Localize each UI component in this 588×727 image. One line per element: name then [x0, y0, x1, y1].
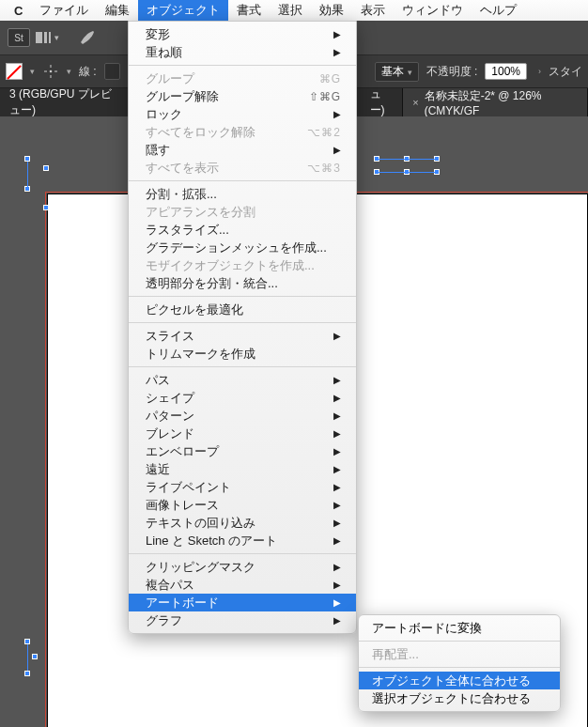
selection-edge: [27, 162, 28, 188]
menu-item[interactable]: アートボード▶: [129, 594, 356, 611]
menu-item[interactable]: グラデーションメッシュを作成...: [129, 239, 356, 256]
menu-編集[interactable]: 編集: [97, 0, 138, 21]
menu-ファイル[interactable]: ファイル: [31, 0, 97, 21]
tab-label: 名称未設定-2* @ 126% (CMYK/GF: [425, 88, 578, 117]
menu-item[interactable]: 透明部分を分割・統合...: [129, 274, 356, 292]
menu-効果[interactable]: 効果: [311, 0, 352, 21]
menu-ウィンドウ[interactable]: ウィンドウ: [394, 0, 472, 21]
menu-item[interactable]: シェイプ▶: [129, 389, 356, 407]
mac-menubar: C ファイル編集オブジェクト書式選択効果表示ウィンドウヘルプ: [0, 0, 588, 21]
menu-item[interactable]: エンベロープ▶: [129, 442, 356, 460]
menu-オブジェクト[interactable]: オブジェクト: [138, 0, 228, 21]
menu-separator: [129, 553, 356, 554]
menu-item[interactable]: ピクセルを最適化: [129, 301, 356, 318]
menu-item: アピアランスを分割: [129, 203, 356, 221]
selection-handle[interactable]: [43, 165, 49, 171]
menu-separator: [359, 667, 560, 668]
svg-rect-2: [49, 32, 51, 43]
menu-item: すべてを表示⌥⌘3: [129, 159, 356, 177]
submenu-item[interactable]: アートボードに変換: [359, 619, 560, 637]
menu-item: グループ⌘G: [129, 70, 356, 87]
menu-item[interactable]: 変形▶: [129, 25, 356, 43]
menu-separator: [359, 641, 560, 642]
object-menu: 変形▶重ね順▶グループ⌘Gグループ解除⇧⌘Gロック▶すべてをロック解除⌥⌘2隠す…: [128, 21, 357, 634]
selection-edge: [27, 644, 28, 671]
fill-swatch[interactable]: [6, 63, 23, 80]
menu-item[interactable]: クリッピングマスク▶: [129, 558, 356, 576]
svg-rect-1: [44, 32, 47, 43]
svg-rect-0: [36, 32, 42, 43]
selection-handle[interactable]: [24, 671, 30, 676]
panel-layout-button[interactable]: ▾: [34, 28, 59, 47]
menu-item[interactable]: ブレンド▶: [129, 425, 356, 442]
menu-item[interactable]: 遠近▶: [129, 460, 356, 478]
menu-separator: [129, 296, 356, 297]
menu-item[interactable]: 複合パス▶: [129, 576, 356, 594]
menu-item[interactable]: パターン▶: [129, 407, 356, 425]
menu-item: すべてをロック解除⌥⌘2: [129, 123, 356, 141]
selection-edge: [377, 159, 435, 160]
st-button[interactable]: St: [8, 28, 30, 47]
menu-item[interactable]: パス▶: [129, 371, 356, 389]
graphic-style-select[interactable]: 基本▾: [375, 62, 419, 82]
selection-handle[interactable]: [32, 654, 38, 659]
artboard-submenu: アートボードに変換再配置...オブジェクト全体に合わせる選択オブジェクトに合わせ…: [358, 614, 561, 712]
menu-書式[interactable]: 書式: [228, 0, 270, 21]
menu-item[interactable]: グループ解除⇧⌘G: [129, 87, 356, 105]
stroke-label: 線 :: [79, 64, 97, 80]
menu-item[interactable]: 分割・拡張...: [129, 185, 356, 203]
menu-表示[interactable]: 表示: [352, 0, 394, 21]
submenu-item: 再配置...: [359, 645, 560, 663]
menu-item: モザイクオブジェクトを作成...: [129, 256, 356, 274]
tab-fragment-mid[interactable]: ュー): [361, 88, 404, 116]
menu-item[interactable]: 画像トレース▶: [129, 496, 356, 514]
submenu-item[interactable]: 選択オブジェクトに合わせる: [359, 689, 560, 707]
menu-item[interactable]: 隠す▶: [129, 141, 356, 159]
tab-fragment-left[interactable]: 3 (RGB/GPU プレビュー): [0, 88, 133, 116]
menu-separator: [129, 366, 356, 367]
menu-item[interactable]: グラフ▶: [129, 611, 356, 629]
tab-untitled-2[interactable]: × 名称未設定-2* @ 126% (CMYK/GF: [403, 88, 588, 116]
menu-item[interactable]: Line と Sketch のアート▶: [129, 532, 356, 549]
app-icon: C: [6, 0, 31, 21]
menu-item[interactable]: ラスタライズ...: [129, 221, 356, 239]
menu-ヘルプ[interactable]: ヘルプ: [472, 0, 525, 21]
submenu-item[interactable]: オブジェクト全体に合わせる: [359, 672, 560, 689]
menu-item[interactable]: 重ね順▶: [129, 43, 356, 61]
opacity-chevron-icon[interactable]: ›: [538, 67, 541, 76]
menu-separator: [129, 65, 356, 66]
align-center-icon[interactable]: [42, 63, 59, 80]
menu-separator: [129, 180, 356, 181]
menu-separator: [129, 322, 356, 323]
svg-point-3: [50, 70, 53, 73]
opacity-field[interactable]: 100%: [485, 63, 527, 80]
style-truncated[interactable]: スタイ: [549, 64, 582, 80]
selection-edge: [377, 172, 435, 173]
menu-選択[interactable]: 選択: [270, 0, 311, 21]
menu-item[interactable]: トリムマークを作成: [129, 345, 356, 363]
brush-icon[interactable]: [78, 28, 97, 47]
stroke-width-field[interactable]: [104, 63, 120, 80]
menu-item[interactable]: スライス▶: [129, 327, 356, 345]
opacity-label: 不透明度 :: [426, 64, 478, 80]
menu-item[interactable]: ロック▶: [129, 105, 356, 123]
menu-item[interactable]: テキストの回り込み▶: [129, 514, 356, 532]
menu-item[interactable]: ライブペイント▶: [129, 478, 356, 496]
close-icon[interactable]: ×: [412, 97, 418, 108]
selection-handle[interactable]: [43, 205, 49, 210]
